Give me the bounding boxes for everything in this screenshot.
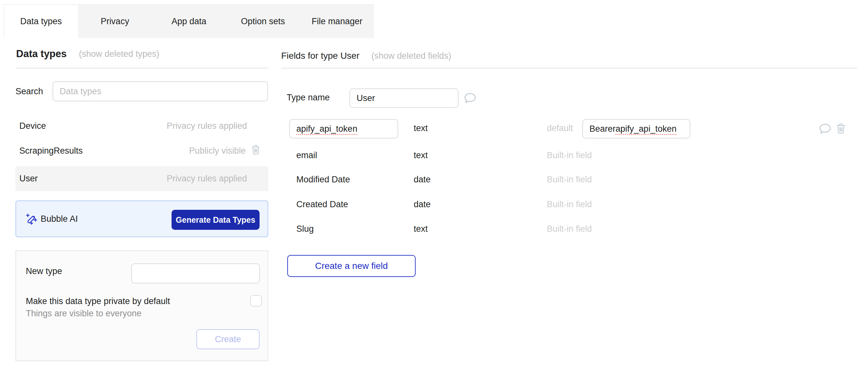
- create-type-button[interactable]: Create: [196, 329, 259, 349]
- type-name: ScrapingResults: [19, 146, 83, 156]
- show-deleted-types-link[interactable]: (show deleted types): [79, 49, 159, 59]
- field-type: date: [414, 175, 431, 185]
- field-type: text: [414, 150, 428, 161]
- type-name-row: Type name User: [281, 88, 857, 108]
- field-name: email: [296, 150, 317, 161]
- field-row-email[interactable]: email text Built-in field: [281, 146, 857, 166]
- field-status: Built-in field: [547, 200, 592, 209]
- field-row-slug[interactable]: Slug text Built-in field: [281, 220, 857, 239]
- search-label: Search: [16, 87, 43, 96]
- field-type: text: [414, 224, 428, 234]
- left-panel-header: Data types (show deleted types): [16, 47, 159, 61]
- bubble-ai-box: Bubble AI Generate Data Types: [16, 200, 268, 237]
- field-type: date: [414, 200, 431, 209]
- type-name-value: User: [356, 93, 375, 103]
- fields-panel: Fields for type User (show deleted field…: [281, 0, 857, 377]
- field-name: Slug: [296, 224, 314, 234]
- create-new-field-button[interactable]: Create a new field: [287, 255, 415, 277]
- private-by-default-checkbox[interactable]: [250, 295, 262, 307]
- field-name-value: apify_api_token: [296, 124, 357, 134]
- data-types-panel: Data types (show deleted types) Search D…: [16, 0, 268, 377]
- default-value-prefix: Bearer: [589, 124, 616, 134]
- bubble-data-editor: Data types Privacy App data Option sets …: [0, 0, 868, 377]
- type-name-label: Type name: [287, 93, 330, 103]
- field-name: Modified Date: [296, 175, 350, 185]
- field-row-apify-api-token: apify_api_token text default Bearer apif…: [281, 119, 857, 139]
- type-row-device[interactable]: Device Privacy rules applied: [16, 114, 268, 139]
- type-row-user[interactable]: User Privacy rules applied: [16, 166, 268, 191]
- visibility-hint: Things are visible to everyone: [26, 309, 142, 319]
- field-name-input[interactable]: apify_api_token: [289, 119, 398, 139]
- default-label: default: [547, 123, 573, 133]
- trash-icon[interactable]: [835, 122, 846, 137]
- type-status-label: Publicly visible: [189, 146, 246, 156]
- new-type-label: New type: [26, 266, 62, 276]
- field-status: Built-in field: [547, 150, 592, 161]
- default-value-token: apify_api_token: [616, 124, 677, 134]
- default-value-input[interactable]: Bearer apify_api_token: [582, 119, 690, 139]
- type-row-scrapingresults[interactable]: ScrapingResults Publicly visible: [16, 139, 268, 163]
- generate-data-types-button[interactable]: Generate Data Types: [172, 210, 259, 230]
- type-name: User: [19, 174, 38, 184]
- trash-icon[interactable]: [251, 144, 261, 158]
- magic-wand-icon: [25, 213, 38, 228]
- comment-icon[interactable]: [818, 122, 832, 138]
- field-status: Built-in field: [547, 175, 592, 185]
- type-status: Privacy rules applied: [167, 121, 247, 131]
- fields-title: Fields for type User: [281, 51, 360, 61]
- comment-icon[interactable]: [463, 92, 477, 107]
- type-name-input[interactable]: User: [349, 88, 459, 108]
- right-panel-header: Fields for type User (show deleted field…: [281, 49, 451, 63]
- divider: [16, 68, 268, 68]
- search-input[interactable]: [53, 81, 268, 102]
- type-name: Device: [19, 121, 46, 131]
- page-title: Data types: [16, 48, 67, 60]
- field-row-modified-date[interactable]: Modified Date date Built-in field: [281, 170, 857, 190]
- field-row-created-date[interactable]: Created Date date Built-in field: [281, 195, 857, 215]
- search-row: Search: [16, 81, 268, 102]
- bubble-ai-label: Bubble AI: [41, 201, 78, 237]
- field-type: text: [414, 123, 428, 133]
- divider: [281, 68, 857, 68]
- field-status: Built-in field: [547, 224, 592, 234]
- field-name: Created Date: [296, 200, 348, 209]
- new-type-input[interactable]: [131, 263, 260, 283]
- show-deleted-fields-link[interactable]: (show deleted fields): [371, 51, 452, 61]
- type-status: Privacy rules applied: [167, 174, 247, 184]
- private-by-default-label: Make this data type private by default: [26, 296, 170, 306]
- type-status: Publicly visible: [189, 144, 261, 158]
